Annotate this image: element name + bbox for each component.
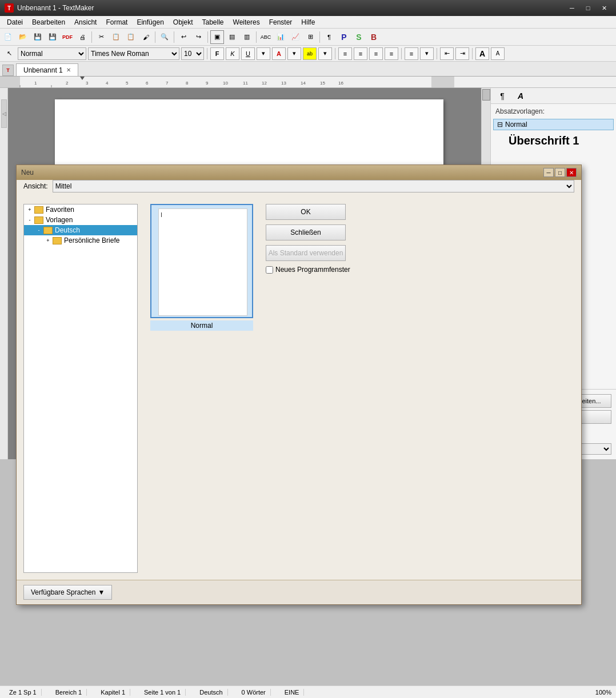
tree-panel: + Favoriten - Vorlagen - Deutsch	[23, 204, 138, 573]
favoriten-label: Favoriten	[46, 206, 74, 214]
ansicht-row: Ansicht: Mittel Klein Groß	[17, 180, 581, 197]
maximize-button[interactable]: □	[581, 2, 595, 14]
verfugbare-sprachen-button[interactable]: Verfügbare Sprachen ▼	[23, 585, 112, 600]
new-window-row: Neues Programmfenster	[266, 266, 351, 274]
schliessen-button[interactable]: Schließen	[266, 224, 346, 240]
dialog-titlebar: Neu ─ □ ✕	[17, 165, 581, 180]
preview-panel: Normal	[145, 204, 259, 573]
buttons-panel: OK Schließen Als Standard verwenden Neue…	[266, 204, 351, 573]
verfugbare-label: Verfügbare Sprachen	[31, 588, 95, 596]
briefe-folder-icon	[53, 237, 62, 244]
title-bar: T Unbenannt 1 - TextMaker ─ □ ✕	[0, 0, 616, 16]
dialog-maximize-button[interactable]: □	[555, 168, 565, 177]
dialog-title: Neu	[21, 169, 34, 176]
dialog-controls: ─ □ ✕	[543, 168, 577, 177]
ansicht-select[interactable]: Mittel Klein Groß	[53, 180, 574, 192]
favoriten-expand-icon[interactable]: +	[26, 206, 33, 213]
app-icon: T	[5, 3, 14, 13]
title-bar-text: Unbenannt 1 - TextMaker	[17, 4, 94, 12]
deutsch-label: Deutsch	[55, 226, 80, 234]
tree-item-briefe[interactable]: + Persönliche Briefe	[24, 235, 137, 246]
cursor-indicator	[161, 212, 162, 217]
title-bar-controls: ─ □ ✕	[565, 2, 611, 14]
vorlagen-label: Vorlagen	[46, 216, 73, 224]
dialog-bottom-bar: Verfügbare Sprachen ▼	[17, 580, 581, 604]
briefe-expand-icon[interactable]: +	[45, 237, 51, 244]
verfugbare-arrow: ▼	[98, 588, 105, 596]
new-window-checkbox[interactable]	[266, 266, 273, 274]
new-window-label: Neues Programmfenster	[275, 266, 350, 274]
title-bar-left: T Unbenannt 1 - TextMaker	[5, 3, 94, 13]
preview-box	[150, 204, 253, 318]
dialog-content: + Favoriten - Vorlagen - Deutsch	[17, 197, 581, 580]
ok-button[interactable]: OK	[266, 204, 346, 220]
preview-label: Normal	[150, 320, 253, 331]
tree-item-favoriten[interactable]: + Favoriten	[24, 204, 137, 215]
vorlagen-folder-icon	[34, 216, 43, 224]
dialog-overlay: Neu ─ □ ✕ Ansicht: Mittel Klein Groß +	[0, 16, 616, 698]
deutsch-folder-icon	[43, 227, 53, 234]
briefe-label: Persönliche Briefe	[64, 236, 119, 244]
dialog-close-button[interactable]: ✕	[566, 168, 577, 177]
preview-inner	[158, 208, 247, 316]
vorlagen-expand-icon[interactable]: -	[26, 216, 33, 223]
als-standard-button[interactable]: Als Standard verwenden	[266, 245, 346, 261]
close-button[interactable]: ✕	[597, 2, 611, 14]
dialog-minimize-button[interactable]: ─	[543, 168, 554, 177]
tree-item-deutsch[interactable]: - Deutsch	[24, 225, 137, 235]
tree-item-vorlagen[interactable]: - Vorlagen	[24, 215, 137, 225]
ansicht-label: Ansicht:	[23, 182, 48, 190]
favoriten-folder-icon	[34, 206, 43, 214]
deutsch-expand-icon[interactable]: -	[35, 227, 42, 234]
dialog-neu: Neu ─ □ ✕ Ansicht: Mittel Klein Groß +	[16, 165, 582, 605]
minimize-button[interactable]: ─	[565, 2, 579, 14]
